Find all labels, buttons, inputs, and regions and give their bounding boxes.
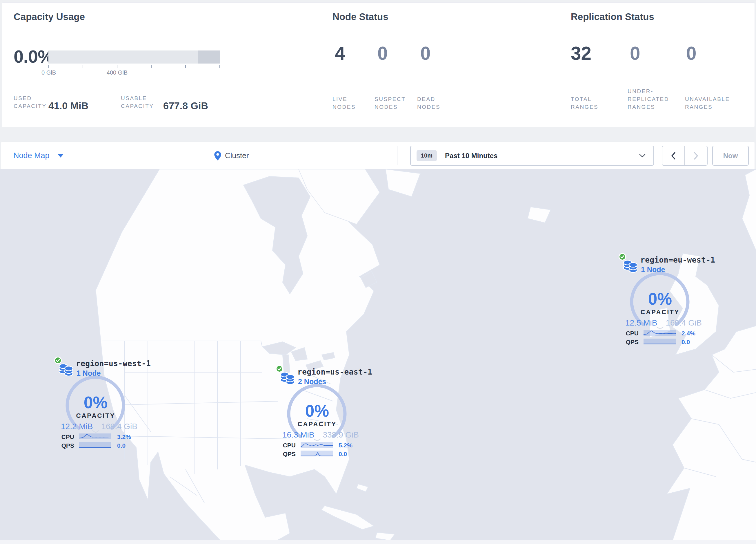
- map-footer-strip: [0, 540, 756, 544]
- region-used-capacity: 12.5 MiB: [625, 318, 657, 328]
- cpu-sparkline: [644, 330, 676, 336]
- live-nodes-label: LIVE NODES: [332, 95, 356, 111]
- capacity-axis-tick: [117, 65, 117, 68]
- region-capacity-caption: CAPACITY: [286, 420, 348, 428]
- capacity-axis-tick: [48, 65, 49, 68]
- capacity-usage-bar: [48, 50, 220, 64]
- cpu-label: CPU: [621, 330, 639, 337]
- region-marker-us-west-1[interactable]: region=us-west-1 1 Node 0% CAPACITY 12.2…: [54, 356, 147, 454]
- region-capacity-percent: 0%: [629, 289, 691, 309]
- usable-capacity-value: 677.8 GiB: [163, 100, 208, 111]
- cpu-sparkline: [301, 442, 333, 448]
- region-total-capacity: 169.4 GiB: [101, 422, 137, 431]
- capacity-bar-reserved-segment: [198, 50, 220, 64]
- breadcrumb-cluster[interactable]: Cluster: [214, 142, 249, 169]
- dead-nodes-count: 0: [420, 43, 431, 64]
- suspect-nodes-count: 0: [377, 43, 388, 64]
- capacity-axis-tick: [83, 65, 83, 68]
- capacity-usage-title: Capacity Usage: [14, 11, 85, 22]
- qps-sparkline: [301, 451, 333, 456]
- replication-status-title: Replication Status: [571, 11, 654, 22]
- capacity-axis-label-mid: 400 GiB: [107, 69, 128, 76]
- node-status-title: Node Status: [332, 11, 388, 22]
- chevron-right-icon: [693, 152, 699, 160]
- region-used-capacity: 16.3 MiB: [282, 430, 315, 440]
- live-nodes-count: 4: [335, 43, 345, 64]
- qps-sparkline: [644, 339, 676, 345]
- expand-chevron-icon[interactable]: [92, 430, 100, 434]
- region-capacity-percent: 0%: [286, 401, 348, 420]
- region-capacity-percent: 0%: [65, 393, 126, 412]
- map-toolbar: Node Map Cluster 10m Past 10 Minutes Now: [1, 141, 755, 170]
- time-step-controls: [662, 146, 708, 166]
- under-replicated-ranges-count: 0: [630, 43, 640, 64]
- capacity-axis-tick: [151, 65, 152, 68]
- capacity-axis-label-start: 0 GiB: [41, 69, 56, 76]
- view-selector-dropdown[interactable]: Node Map: [13, 142, 63, 169]
- qps-label: QPS: [621, 339, 639, 346]
- suspect-nodes-label: SUSPECT NODES: [375, 95, 406, 111]
- expand-chevron-icon[interactable]: [656, 327, 664, 330]
- region-total-capacity: 338.9 GiB: [323, 430, 359, 440]
- qps-value: 0.0: [339, 451, 347, 458]
- region-capacity-caption: CAPACITY: [629, 309, 691, 316]
- region-capacity-caption: CAPACITY: [65, 412, 126, 420]
- cpu-label: CPU: [57, 434, 74, 440]
- region-marker-eu-west-1[interactable]: region=eu-west-1 1 Node 0% CAPACITY 12.5…: [618, 253, 711, 350]
- region-used-capacity: 12.2 MiB: [61, 422, 93, 431]
- qps-value: 0.0: [682, 339, 690, 346]
- region-label: region=eu-west-1: [640, 255, 715, 264]
- time-range-badge: 10m: [417, 150, 437, 161]
- region-total-capacity: 169.4 GiB: [666, 318, 702, 328]
- cpu-label: CPU: [278, 442, 296, 449]
- map-pin-icon: [214, 151, 221, 160]
- qps-label: QPS: [278, 451, 296, 458]
- cpu-sparkline: [79, 434, 111, 439]
- view-selector-label: Node Map: [13, 151, 50, 160]
- cpu-value: 2.4%: [682, 330, 695, 337]
- region-label: region=us-west-1: [76, 359, 151, 368]
- used-capacity-label: USED CAPACITY: [14, 94, 47, 110]
- chevron-left-icon: [671, 152, 676, 160]
- under-replicated-ranges-label: UNDER- REPLICATED RANGES: [628, 87, 669, 111]
- world-map-graphic: [0, 169, 756, 541]
- next-interval-button[interactable]: [685, 146, 707, 165]
- unavailable-ranges-count: 0: [686, 43, 697, 64]
- now-button[interactable]: Now: [712, 146, 749, 166]
- cpu-value: 5.2%: [339, 442, 352, 449]
- region-marker-us-east-1[interactable]: region=us-east-1 2 Nodes 0% CAPACITY 16.…: [275, 365, 368, 462]
- chevron-down-icon: [639, 154, 646, 158]
- region-label: region=us-east-1: [297, 368, 372, 376]
- time-range-label: Past 10 Minutes: [445, 152, 639, 160]
- expand-chevron-icon[interactable]: [313, 438, 321, 442]
- total-ranges-count: 32: [571, 43, 591, 64]
- previous-interval-button[interactable]: [662, 146, 685, 165]
- used-capacity-value: 41.0 MiB: [48, 100, 88, 111]
- capacity-axis-tick: [219, 65, 220, 68]
- unavailable-ranges-label: UNAVAILABLE RANGES: [685, 95, 730, 111]
- time-range-select[interactable]: 10m Past 10 Minutes: [410, 146, 654, 166]
- qps-value: 0.0: [117, 442, 126, 449]
- qps-sparkline: [79, 442, 111, 448]
- dropdown-triangle-icon: [58, 154, 63, 157]
- capacity-axis-tick: [185, 65, 186, 68]
- cluster-summary-panel: Capacity Usage 0.0% 0 GiB 400 GiB USED C…: [2, 2, 755, 127]
- total-ranges-label: TOTAL RANGES: [571, 95, 598, 111]
- qps-label: QPS: [57, 442, 74, 449]
- cpu-value: 3.2%: [117, 434, 131, 440]
- node-map: region=us-west-1 1 Node 0% CAPACITY 12.2…: [0, 169, 756, 541]
- capacity-percent: 0.0%: [14, 46, 53, 67]
- usable-capacity-label: USABLE CAPACITY: [121, 94, 154, 110]
- dead-nodes-label: DEAD NODES: [417, 95, 440, 111]
- breadcrumb-label: Cluster: [225, 151, 249, 160]
- toolbar-divider: [397, 146, 397, 165]
